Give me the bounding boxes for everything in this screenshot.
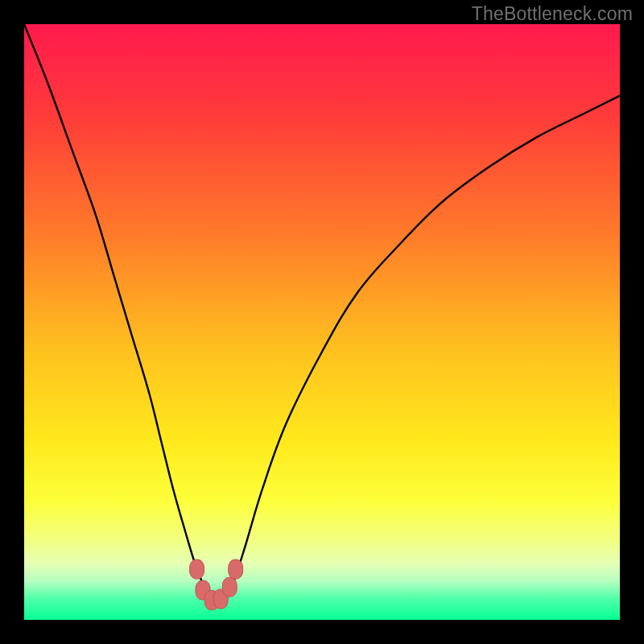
curve-marker bbox=[190, 559, 204, 579]
curve-marker bbox=[229, 559, 243, 579]
watermark-text: TheBottleneck.com bbox=[472, 3, 633, 25]
bottleneck-curve bbox=[24, 24, 620, 602]
plot-area bbox=[24, 24, 620, 620]
curve-layer bbox=[24, 24, 620, 620]
chart-frame: TheBottleneck.com bbox=[0, 0, 644, 644]
curve-markers bbox=[190, 559, 243, 609]
curve-marker bbox=[222, 577, 237, 597]
